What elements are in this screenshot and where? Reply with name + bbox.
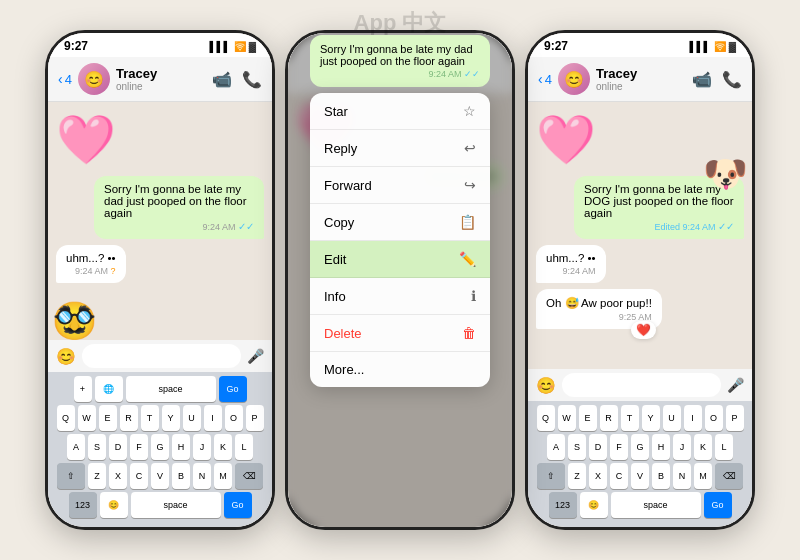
key-h-r[interactable]: H bbox=[652, 434, 670, 460]
key-p[interactable]: P bbox=[246, 405, 264, 431]
key-123-left[interactable]: 123 bbox=[69, 492, 97, 518]
sent-message-time-right: Edited 9:24 AM ✓✓ bbox=[584, 221, 734, 232]
input-field-right[interactable] bbox=[562, 373, 721, 397]
key-go2-left[interactable]: Go bbox=[224, 492, 252, 518]
received-message-time-right-1: 9:24 AM bbox=[546, 266, 596, 276]
key-e-r[interactable]: E bbox=[579, 405, 597, 431]
key-e[interactable]: E bbox=[99, 405, 117, 431]
key-a-r[interactable]: A bbox=[547, 434, 565, 460]
key-z-r[interactable]: Z bbox=[568, 463, 586, 489]
emoji-button-left[interactable]: 😊 bbox=[56, 347, 76, 366]
key-c[interactable]: C bbox=[130, 463, 148, 489]
key-space2-left[interactable]: space bbox=[131, 492, 221, 518]
key-n[interactable]: N bbox=[193, 463, 211, 489]
emoji-button-right[interactable]: 😊 bbox=[536, 376, 556, 395]
menu-item-delete[interactable]: Delete 🗑 bbox=[310, 315, 490, 352]
key-g-r[interactable]: G bbox=[631, 434, 649, 460]
middle-phone: 🩷 blurred content 👍 ❤️ 😆 😮 😢 🙏 + Sorry I… bbox=[285, 30, 515, 530]
back-button-left[interactable]: ‹ 4 bbox=[58, 71, 72, 87]
phone-icon[interactable]: 📞 bbox=[242, 70, 262, 89]
key-c-r[interactable]: C bbox=[610, 463, 628, 489]
key-x[interactable]: X bbox=[109, 463, 127, 489]
video-icon[interactable]: 📹 bbox=[212, 70, 232, 89]
key-n-r[interactable]: N bbox=[673, 463, 691, 489]
received-message-right-1[interactable]: uhm...? •• 9:24 AM bbox=[536, 245, 606, 283]
key-f-r[interactable]: F bbox=[610, 434, 628, 460]
key-o-r[interactable]: O bbox=[705, 405, 723, 431]
key-delete-right[interactable]: ⌫ bbox=[715, 463, 743, 489]
key-u[interactable]: U bbox=[183, 405, 201, 431]
menu-item-more[interactable]: More... bbox=[310, 352, 490, 387]
key-k[interactable]: K bbox=[214, 434, 232, 460]
phone-icon-right[interactable]: 📞 bbox=[722, 70, 742, 89]
key-r-r[interactable]: R bbox=[600, 405, 618, 431]
key-z[interactable]: Z bbox=[88, 463, 106, 489]
sent-message-left[interactable]: Sorry I'm gonna be late my dad just poop… bbox=[94, 176, 264, 239]
key-v[interactable]: V bbox=[151, 463, 169, 489]
key-t[interactable]: T bbox=[141, 405, 159, 431]
menu-label-forward: Forward bbox=[324, 178, 372, 193]
key-w-r[interactable]: W bbox=[558, 405, 576, 431]
key-l[interactable]: L bbox=[235, 434, 253, 460]
key-g[interactable]: G bbox=[151, 434, 169, 460]
key-123-right[interactable]: 123 bbox=[549, 492, 577, 518]
key-a[interactable]: A bbox=[67, 434, 85, 460]
received-message-right-2[interactable]: Oh 😅 Aw poor pup!! 9:25 AM ❤️ bbox=[536, 289, 662, 329]
menu-item-reply[interactable]: Reply ↩ bbox=[310, 130, 490, 167]
key-emoji-left[interactable]: 😊 bbox=[100, 492, 128, 518]
key-s[interactable]: S bbox=[88, 434, 106, 460]
menu-item-copy[interactable]: Copy 📋 bbox=[310, 204, 490, 241]
menu-item-forward[interactable]: Forward ↪ bbox=[310, 167, 490, 204]
key-m-r[interactable]: M bbox=[694, 463, 712, 489]
key-go-left[interactable]: Go bbox=[219, 376, 247, 402]
video-icon-right[interactable]: 📹 bbox=[692, 70, 712, 89]
key-delete-left[interactable]: ⌫ bbox=[235, 463, 263, 489]
key-s-r[interactable]: S bbox=[568, 434, 586, 460]
context-message-time: 9:24 AM bbox=[428, 69, 461, 79]
menu-item-star[interactable]: Star ☆ bbox=[310, 93, 490, 130]
key-space-right[interactable]: space bbox=[611, 492, 701, 518]
key-f[interactable]: F bbox=[130, 434, 148, 460]
key-w[interactable]: W bbox=[78, 405, 96, 431]
key-globe-left[interactable]: 🌐 bbox=[95, 376, 123, 402]
key-j[interactable]: J bbox=[193, 434, 211, 460]
key-u-r[interactable]: U bbox=[663, 405, 681, 431]
key-q[interactable]: Q bbox=[57, 405, 75, 431]
context-message-text: Sorry I'm gonna be late my dad just poop… bbox=[320, 43, 480, 67]
key-go-right[interactable]: Go bbox=[704, 492, 732, 518]
menu-item-info[interactable]: Info ℹ bbox=[310, 278, 490, 315]
key-q-r[interactable]: Q bbox=[537, 405, 555, 431]
key-shift-right[interactable]: ⇧ bbox=[537, 463, 565, 489]
key-l-r[interactable]: L bbox=[715, 434, 733, 460]
key-x-r[interactable]: X bbox=[589, 463, 607, 489]
received-message-left[interactable]: uhm...? •• 9:24 AM ? bbox=[56, 245, 126, 283]
key-v-r[interactable]: V bbox=[631, 463, 649, 489]
key-d-r[interactable]: D bbox=[589, 434, 607, 460]
key-i-r[interactable]: I bbox=[684, 405, 702, 431]
battery-icon: ▓ bbox=[249, 41, 256, 52]
key-b-r[interactable]: B bbox=[652, 463, 670, 489]
mic-icon-left[interactable]: 🎤 bbox=[247, 348, 264, 364]
key-emoji-right[interactable]: 😊 bbox=[580, 492, 608, 518]
key-b[interactable]: B bbox=[172, 463, 190, 489]
menu-item-edit[interactable]: Edit ✏️ bbox=[310, 241, 490, 278]
key-y[interactable]: Y bbox=[162, 405, 180, 431]
key-t-r[interactable]: T bbox=[621, 405, 639, 431]
back-button-right[interactable]: ‹ 4 bbox=[538, 71, 552, 87]
key-p-r[interactable]: P bbox=[726, 405, 744, 431]
key-o[interactable]: O bbox=[225, 405, 243, 431]
key-h[interactable]: H bbox=[172, 434, 190, 460]
key-j-r[interactable]: J bbox=[673, 434, 691, 460]
input-field-left[interactable] bbox=[82, 344, 241, 368]
key-i[interactable]: I bbox=[204, 405, 222, 431]
menu-label-star: Star bbox=[324, 104, 348, 119]
mic-icon-right[interactable]: 🎤 bbox=[727, 377, 744, 393]
key-d[interactable]: D bbox=[109, 434, 127, 460]
key-k-r[interactable]: K bbox=[694, 434, 712, 460]
key-m[interactable]: M bbox=[214, 463, 232, 489]
key-shift-left[interactable]: ⇧ bbox=[57, 463, 85, 489]
key-plus-left[interactable]: + bbox=[74, 376, 92, 402]
key-y-r[interactable]: Y bbox=[642, 405, 660, 431]
key-r[interactable]: R bbox=[120, 405, 138, 431]
key-space-left[interactable]: space bbox=[126, 376, 216, 402]
